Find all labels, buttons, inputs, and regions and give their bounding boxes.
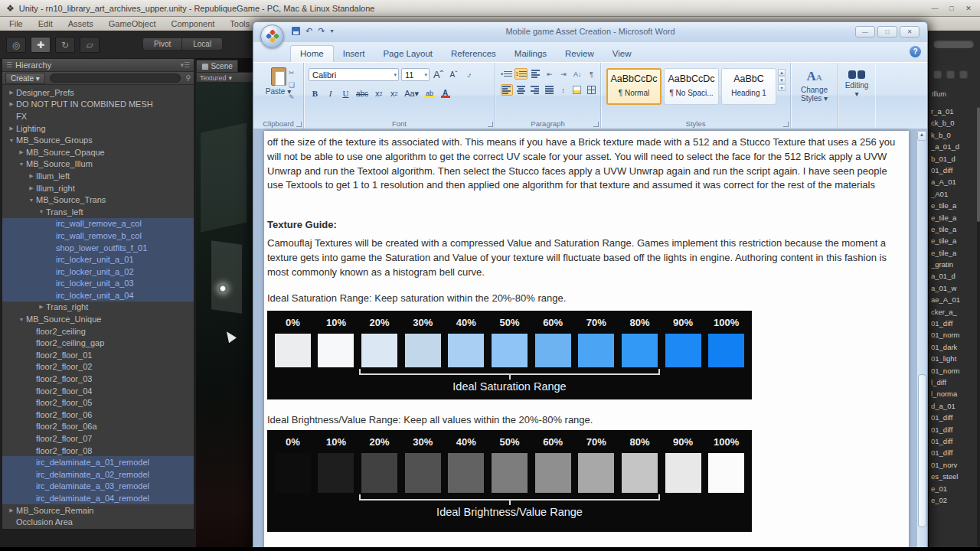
- menu-component[interactable]: Component: [171, 19, 214, 28]
- word-close-button[interactable]: ✕: [900, 26, 920, 37]
- hierarchy-item[interactable]: ▼MB_Source_Illum: [2, 158, 194, 171]
- project-asset-item[interactable]: e_02: [931, 496, 976, 507]
- project-asset-item[interactable]: e_01: [931, 484, 976, 496]
- hierarchy-item[interactable]: floor2_floor_08: [2, 445, 194, 457]
- hierarchy-search-input[interactable]: [50, 73, 181, 83]
- asset-icon[interactable]: [959, 70, 968, 79]
- hierarchy-item[interactable]: shop_lower_outfits_f_01: [2, 242, 194, 254]
- justify-icon[interactable]: [543, 84, 554, 96]
- menu-edit[interactable]: Edit: [38, 19, 53, 28]
- menu-tools[interactable]: Tools: [230, 19, 250, 28]
- underline-button[interactable]: U: [339, 87, 352, 99]
- change-styles-button[interactable]: AA ChangeStyles ▾: [791, 63, 838, 129]
- project-asset-item[interactable]: e_tile_a: [931, 201, 976, 213]
- decrease-indent-icon[interactable]: ⇤: [544, 68, 555, 80]
- project-asset-item[interactable]: 01_norv: [931, 461, 976, 472]
- cut-icon[interactable]: ✂: [289, 69, 295, 77]
- project-asset-item[interactable]: 01_dark: [931, 343, 976, 354]
- subscript-button[interactable]: x2: [372, 87, 385, 99]
- chevron-down-icon[interactable]: ▼: [17, 317, 26, 322]
- project-asset-item[interactable]: a_A_01: [931, 178, 976, 189]
- tab-references[interactable]: References: [442, 46, 505, 62]
- menu-gameobject[interactable]: GameObject: [109, 19, 156, 28]
- shrink-font-button[interactable]: Aˇ: [447, 69, 460, 81]
- project-asset-item[interactable]: _gratin: [931, 260, 976, 272]
- hierarchy-item[interactable]: ▼Trans_left: [2, 206, 194, 218]
- hierarchy-item[interactable]: ▶Lighting: [2, 122, 194, 135]
- sort-icon[interactable]: A↓: [572, 68, 583, 80]
- hierarchy-item[interactable]: ▶MB_Source_Remain: [2, 504, 194, 517]
- chevron-right-icon[interactable]: ▶: [7, 101, 16, 107]
- hierarchy-filter-icon[interactable]: ⚲: [185, 74, 191, 82]
- menu-assets[interactable]: Assets: [68, 19, 93, 28]
- line-spacing-icon[interactable]: ↕: [557, 84, 569, 96]
- hierarchy-item[interactable]: irc_locker_unit_a_02: [2, 266, 194, 278]
- align-right-icon[interactable]: [529, 84, 541, 96]
- project-asset-item[interactable]: l_norma: [931, 390, 976, 401]
- bullets-icon[interactable]: •: [501, 68, 512, 80]
- project-asset-item[interactable]: 01_diff: [931, 448, 976, 460]
- word-minimize-button[interactable]: —: [855, 26, 875, 37]
- project-asset-item[interactable]: e_tile_a: [931, 214, 976, 225]
- font-dialog-launcher[interactable]: [488, 122, 493, 127]
- chevron-right-icon[interactable]: ▶: [27, 185, 36, 191]
- tab-review[interactable]: Review: [556, 46, 603, 62]
- light-gizmo-icon[interactable]: [219, 285, 227, 292]
- chevron-down-icon[interactable]: ▼: [37, 209, 46, 214]
- hierarchy-item[interactable]: floor2_floor_04: [2, 385, 194, 397]
- project-asset-item[interactable]: k_b_0: [931, 131, 976, 142]
- hierarchy-tab[interactable]: ☰ Hierarchy ▾☰: [2, 59, 194, 72]
- project-asset-item[interactable]: r_a_01: [931, 107, 976, 119]
- asset-icon[interactable]: [933, 70, 942, 79]
- hierarchy-item[interactable]: ▶DO NOT PUT IN COMBINED MESH: [2, 99, 194, 111]
- unity-maximize-icon[interactable]: □: [946, 5, 957, 12]
- strikethrough-button[interactable]: abc: [354, 87, 370, 99]
- project-asset-item[interactable]: es_steel: [931, 472, 976, 484]
- document-page[interactable]: off the size of the texture its associat…: [264, 131, 909, 551]
- font-color-button[interactable]: A: [439, 87, 452, 99]
- font-name-combo[interactable]: Calibri▾: [309, 68, 399, 81]
- hierarchy-item[interactable]: ▼MB_Source_Trans: [2, 194, 194, 206]
- local-toggle-button[interactable]: Local: [182, 37, 223, 51]
- change-case-button[interactable]: Aa▾: [403, 87, 420, 99]
- hierarchy-item[interactable]: ▶Illum_right: [2, 182, 194, 194]
- hierarchy-item[interactable]: floor2_ceiling_gap: [2, 337, 194, 349]
- clipboard-dialog-launcher[interactable]: [296, 122, 302, 127]
- bold-button[interactable]: B: [309, 87, 322, 99]
- hierarchy-item[interactable]: irc_wall_remove_a_col: [2, 218, 194, 230]
- unity-close-icon[interactable]: ✕: [963, 5, 974, 12]
- hierarchy-item[interactable]: irc_delaminate_a_03_remodel: [2, 481, 194, 493]
- hierarchy-item[interactable]: irc_locker_unit_a_03: [2, 278, 194, 290]
- hierarchy-item[interactable]: floor2_floor_01: [2, 349, 194, 361]
- rotate-tool-button[interactable]: ↻: [55, 37, 75, 53]
- project-asset-item[interactable]: ae_A_01: [931, 295, 976, 307]
- style-gallery-more-icon[interactable]: ▾: [778, 84, 786, 91]
- asset-list-scrollbar[interactable]: [977, 107, 980, 546]
- word-restore-button[interactable]: □: [877, 26, 897, 37]
- copy-icon[interactable]: ❏: [289, 81, 295, 89]
- hierarchy-item[interactable]: irc_locker_unit_a_01: [2, 253, 194, 266]
- hierarchy-item[interactable]: irc_delaminate_a_01_remodel: [2, 456, 194, 468]
- hierarchy-item[interactable]: floor2_floor_05: [2, 396, 194, 409]
- chevron-down-icon[interactable]: ▼: [27, 197, 36, 203]
- italic-button[interactable]: I: [324, 87, 337, 99]
- clear-formatting-button[interactable]: ⍻: [462, 69, 475, 81]
- chevron-right-icon[interactable]: ▶: [7, 90, 16, 96]
- unity-minimize-icon[interactable]: —: [929, 5, 940, 12]
- chevron-right-icon[interactable]: ▶: [7, 507, 16, 514]
- hierarchy-item[interactable]: ▶Trans_right: [2, 302, 194, 314]
- paragraph-dialog-launcher[interactable]: [593, 122, 599, 127]
- align-left-icon[interactable]: [501, 84, 513, 96]
- hierarchy-item[interactable]: floor2_floor_02: [2, 361, 194, 373]
- office-button[interactable]: [260, 24, 284, 48]
- borders-icon[interactable]: [586, 84, 597, 96]
- hierarchy-item[interactable]: floor2_ceiling: [2, 325, 194, 337]
- hierarchy-item[interactable]: floor2_floor_06: [2, 409, 194, 421]
- project-asset-item[interactable]: d_a_01: [931, 402, 976, 413]
- hierarchy-item[interactable]: floor2_floor_06a: [2, 421, 194, 433]
- chevron-down-icon[interactable]: ▼: [7, 138, 16, 143]
- scrollbar-thumb[interactable]: [977, 107, 980, 222]
- chevron-right-icon[interactable]: ▶: [17, 149, 26, 155]
- project-asset-item[interactable]: 01_norm: [931, 367, 976, 378]
- hierarchy-item[interactable]: floor2_floor_07: [2, 432, 194, 445]
